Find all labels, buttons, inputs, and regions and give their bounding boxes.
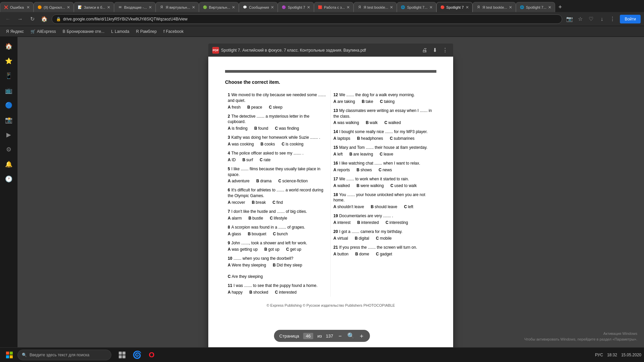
question-text: 10....... when you rang the doorbell? [228, 256, 328, 261]
bookmark-button[interactable]: ☆ [576, 14, 585, 24]
start-button[interactable] [3, 348, 16, 362]
tab-tab-13[interactable]: ЯЯ test bookle...✕ [473, 2, 516, 12]
bookmark-aliexpress[interactable]: 🛒AliExpress [28, 27, 59, 36]
taskbar-search-box[interactable]: 🔍 Введите здесь текст для поиска [17, 350, 111, 360]
heart-button[interactable]: ♡ [586, 14, 596, 24]
zoom-icon[interactable]: 🔍 [347, 332, 355, 340]
tab-close-icon[interactable]: ✕ [67, 5, 70, 10]
question-number: 10 [228, 256, 232, 261]
sidebar-item-messenger[interactable]: 📱 [2, 69, 15, 82]
bookmark-facebook[interactable]: fFacebook [161, 27, 186, 36]
tab-close-icon[interactable]: ✕ [307, 5, 310, 10]
tab-tab-9[interactable]: 🟥Работа с з...✕ [314, 2, 354, 12]
opera-icon[interactable]: O [145, 348, 158, 362]
sidebar-item-notifications[interactable]: 🔔 [2, 158, 15, 171]
more-options-icon[interactable]: ⋮ [441, 46, 449, 55]
bookmark-бронирование-оте...[interactable]: BБронирование оте... [60, 27, 107, 36]
tab-tab-12[interactable]: 🔴Spotlight 7✕ [436, 2, 473, 12]
menu-button[interactable]: ⋮ [608, 14, 617, 24]
question-option: C used to walk [390, 183, 417, 188]
tab-close-icon[interactable]: ✕ [509, 5, 512, 10]
tab-tab-8[interactable]: 🟣Spotlight 7✕ [278, 2, 314, 12]
option-text: walked [388, 120, 401, 125]
tab-tab-11[interactable]: 🌐Spotlight 7...✕ [397, 2, 436, 12]
page-header-bar [225, 70, 436, 73]
tab-close-icon[interactable]: ✕ [149, 5, 152, 10]
search-icon: 🔍 [22, 353, 27, 357]
tab-close-icon[interactable]: ✕ [390, 5, 393, 10]
pdf-area[interactable]: PDF Spotlight 7. Английский в фокусе. 7 … [17, 37, 644, 362]
option-text: science-fiction [282, 179, 308, 183]
tab-title: (9) Однокл... [44, 5, 65, 9]
question-options: A Were they sleepingB Did they sleepC Ar… [228, 263, 328, 279]
tab-tab-4[interactable]: ✉Входящие -...✕ [114, 2, 156, 12]
option-text: submarines [394, 136, 415, 141]
sidebar-item-vk[interactable]: 🔵 [2, 99, 15, 112]
question-item: 4The police officer asked to see my ....… [225, 148, 330, 164]
option-text: were walking [361, 183, 384, 188]
tab-tab-10[interactable]: ЯЯ test bookle...✕ [354, 2, 397, 12]
task-view-button[interactable] [115, 348, 129, 362]
option-letter: B [247, 105, 250, 110]
refresh-button[interactable]: ↻ [28, 14, 37, 24]
sidebar-item-instagram[interactable]: 📸 [2, 113, 15, 127]
sidebar-item-favorites[interactable]: ⭐ [2, 54, 15, 68]
question-option: B shocked [249, 290, 268, 295]
tab-bar: ❌Ошибка✕🟠(9) Однокл...✕📝Записи в б...✕✉В… [0, 0, 644, 12]
tab-tab-3[interactable]: 📝Записи в б...✕ [74, 2, 114, 12]
sidebar-item-history[interactable]: 🕐 [2, 172, 15, 186]
pdf-page-input[interactable]: 46 [303, 333, 313, 339]
tab-tab-1[interactable]: ❌Ошибка✕ [0, 2, 34, 12]
tab-close-icon[interactable]: ✕ [26, 5, 30, 10]
tab-tab-7[interactable]: 💬Сообщения✕ [239, 2, 278, 12]
bookmark-lamoda[interactable]: LLamoda [108, 27, 132, 36]
tab-tab-14[interactable]: 🌐Spotlight 7...✕ [516, 2, 555, 12]
question-option: C submarines [390, 136, 415, 141]
forward-button[interactable]: → [15, 14, 25, 24]
download-button[interactable]: ↓ [597, 14, 606, 24]
tab-close-icon[interactable]: ✕ [429, 5, 433, 10]
tab-close-icon[interactable]: ✕ [466, 5, 469, 10]
bookmark-яндекс[interactable]: ЯЯндекс [3, 27, 26, 36]
question-text: 3Kathy was doing her homework while Suzi… [228, 135, 328, 140]
option-letter: A [228, 216, 231, 221]
sidebar-item-zen[interactable]: 📺 [2, 84, 15, 97]
zoom-in-icon[interactable]: ＋ [359, 332, 365, 340]
login-button[interactable]: Войти [620, 15, 641, 23]
option-text: ID [232, 158, 236, 162]
back-button[interactable]: ← [3, 14, 13, 24]
edge-browser-icon[interactable]: 🌀 [130, 348, 144, 362]
question-option: C interesting [385, 220, 408, 225]
pdf-download-icon[interactable]: ⬇ [431, 46, 438, 55]
home-nav-button[interactable]: 🏠 [40, 14, 49, 24]
option-text: virtual [337, 236, 348, 241]
option-letter: C [376, 252, 379, 256]
tab-close-icon[interactable]: ✕ [548, 5, 551, 10]
tab-close-icon[interactable]: ✕ [232, 5, 235, 10]
address-bar[interactable]: 🔒 drive.google.com/file/d/11kryR5YBi2Vkw… [52, 14, 562, 24]
svg-rect-4 [119, 352, 122, 355]
print-icon[interactable]: 🖨 [421, 46, 429, 55]
question-text: 11I was ....... to see that the puppy fo… [228, 283, 328, 289]
question-option: A left [333, 152, 343, 157]
tab-close-icon[interactable]: ✕ [192, 5, 195, 10]
zoom-out-icon[interactable]: － [337, 332, 343, 340]
new-tab-button[interactable]: + [555, 2, 565, 12]
tab-close-icon[interactable]: ✕ [271, 5, 274, 10]
screenshot-button[interactable]: 📷 [565, 14, 574, 24]
tab-tab-6[interactable]: 🟢Виртуальн...✕ [199, 2, 239, 12]
question-option: A shouldn't leave [333, 204, 364, 209]
sidebar-item-settings[interactable]: ⚙ [2, 143, 15, 156]
tab-tab-5[interactable]: ЯЯ виртуальн...✕ [156, 2, 199, 12]
question-item: 9John ......., took a shower and left fo… [225, 238, 330, 254]
sidebar-item-home[interactable]: 🏠 [2, 40, 15, 53]
option-text: was getting up [232, 247, 258, 252]
sidebar-item-play[interactable]: ▶ [2, 128, 15, 141]
question-options: A shouldn't leaveB should leaveC left [333, 204, 434, 209]
svg-rect-5 [122, 352, 125, 355]
bookmark-рамблер[interactable]: RРамблер [133, 27, 159, 36]
tab-close-icon[interactable]: ✕ [346, 5, 350, 10]
tab-close-icon[interactable]: ✕ [107, 5, 110, 10]
tab-favicon: ❌ [4, 5, 8, 10]
tab-tab-2[interactable]: 🟠(9) Однокл...✕ [34, 2, 74, 12]
